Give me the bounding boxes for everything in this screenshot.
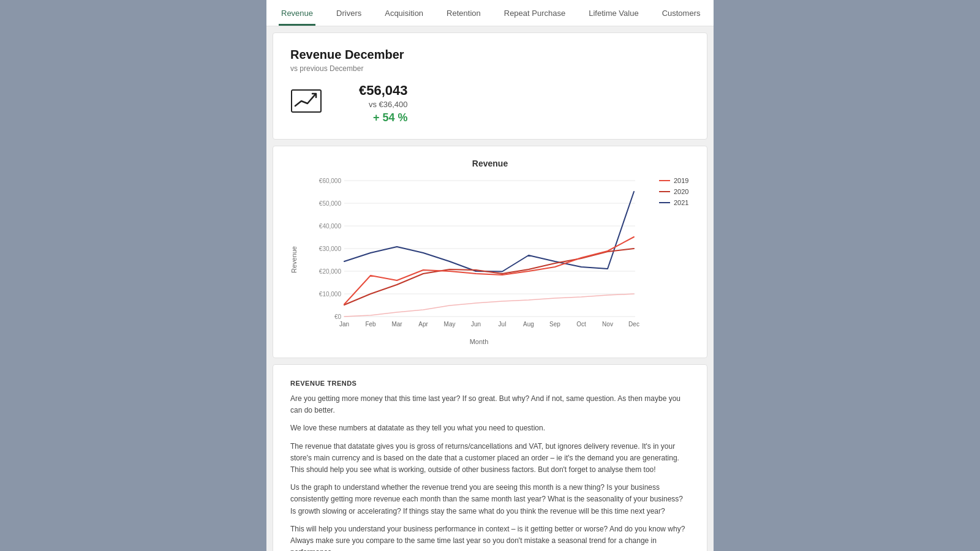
svg-text:Mar: Mar: [391, 321, 402, 328]
compare-value: vs €36,400: [359, 100, 408, 109]
nav-item-revenue[interactable]: Revenue: [279, 0, 315, 26]
main-container: RevenueDriversAcquisitionRetentionRepeat…: [266, 0, 714, 551]
nav-bar: RevenueDriversAcquisitionRetentionRepeat…: [266, 0, 714, 26]
svg-text:Sep: Sep: [549, 321, 560, 328]
svg-text:€20,000: €20,000: [319, 268, 342, 275]
trend-paragraph-1: Are you getting more money that this tim…: [290, 393, 690, 416]
svg-text:€0: €0: [334, 313, 342, 320]
revenue-chart: €60,000 €50,000 €40,000 €30,000 €20,000 …: [305, 174, 653, 334]
trend-paragraph-5: This will help you understand your busin…: [290, 523, 690, 551]
legend-label-2020: 2020: [674, 188, 688, 195]
chart-wrapper: €60,000 €50,000 €40,000 €30,000 €20,000 …: [305, 174, 653, 345]
revenue-trends-card: REVENUE TRENDS Are you getting more mone…: [273, 364, 707, 551]
main-revenue-value: €56,043: [359, 83, 408, 99]
chart-area: Revenue €60,000 €50,000 €40,000 €30,000: [290, 174, 690, 345]
trends-paragraphs: Are you getting more money that this tim…: [290, 393, 690, 551]
svg-text:Apr: Apr: [418, 321, 428, 328]
nav-item-customers[interactable]: Customers: [660, 0, 703, 26]
svg-text:Jul: Jul: [499, 321, 507, 328]
svg-text:€40,000: €40,000: [319, 223, 342, 230]
legend-line-2021: [659, 202, 670, 203]
content-area: Revenue December vs previous December €5…: [266, 26, 714, 551]
svg-text:Aug: Aug: [523, 321, 534, 328]
svg-text:€60,000: €60,000: [319, 178, 342, 184]
nav-item-drivers[interactable]: Drivers: [334, 0, 364, 26]
nav-item-repeat-purchase[interactable]: Repeat Purchase: [502, 0, 568, 26]
legend-label-2021: 2021: [674, 199, 688, 206]
trend-paragraph-3: The revenue that datatate gives you is g…: [290, 441, 690, 476]
legend-line-2019: [659, 180, 670, 181]
chart-card: Revenue Revenue €60,000 €50,000 €40,000: [273, 146, 707, 358]
trend-icon: [290, 89, 322, 119]
nav-item-retention[interactable]: Retention: [444, 0, 483, 26]
trend-paragraph-2: We love these numbers at datatate as the…: [290, 422, 690, 434]
svg-text:Oct: Oct: [576, 321, 586, 328]
legend-label-2019: 2019: [674, 177, 688, 184]
legend-item-2019: 2019: [659, 177, 690, 184]
svg-text:Feb: Feb: [365, 321, 376, 328]
legend-item-2021: 2021: [659, 199, 690, 206]
legend-item-2020: 2020: [659, 188, 690, 195]
svg-text:Nov: Nov: [602, 321, 613, 328]
chart-title: Revenue: [290, 159, 690, 168]
section-label: REVENUE TRENDS: [290, 380, 690, 387]
svg-text:€50,000: €50,000: [319, 200, 342, 207]
nav-item-acquisition[interactable]: Acquisition: [382, 0, 426, 26]
svg-text:€30,000: €30,000: [319, 246, 342, 252]
x-axis-label: Month: [305, 338, 653, 345]
svg-text:€10,000: €10,000: [319, 291, 342, 298]
trend-paragraph-4: Us the graph to understand whether the r…: [290, 482, 690, 517]
svg-text:Jun: Jun: [471, 321, 481, 328]
revenue-values: €56,043 vs €36,400 + 54 %: [359, 83, 408, 124]
chart-legend: 2019 2020 2021: [659, 174, 690, 206]
subtitle: vs previous December: [290, 64, 690, 73]
svg-text:Jan: Jan: [339, 321, 349, 328]
y-axis-label: Revenue: [290, 246, 298, 273]
svg-text:Dec: Dec: [628, 321, 639, 328]
legend-line-2020: [659, 191, 670, 192]
page-title: Revenue December: [290, 48, 690, 62]
nav-item-lifetime-value[interactable]: Lifetime Value: [586, 0, 641, 26]
change-value: + 54 %: [359, 111, 408, 124]
revenue-summary-card: Revenue December vs previous December €5…: [273, 32, 707, 140]
svg-text:May: May: [444, 321, 456, 328]
